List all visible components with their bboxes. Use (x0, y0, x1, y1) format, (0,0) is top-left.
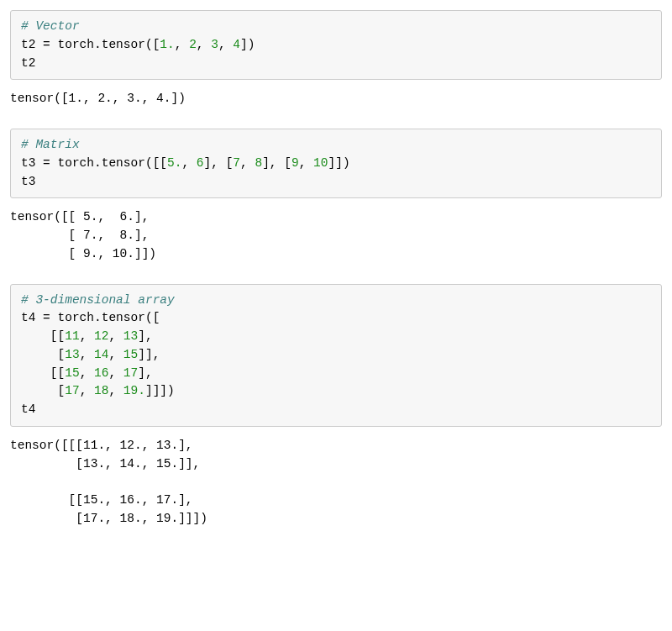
code-sep: , (80, 384, 94, 397)
code-sep: , (108, 348, 123, 361)
code-text: ]) (240, 38, 255, 51)
code-text: t4 = torch.tensor([ (21, 311, 160, 324)
code-number: 18 (94, 384, 108, 397)
code-sep: , (80, 366, 94, 380)
output-cell-vector: tensor([1., 2., 3., 4.]) (10, 88, 662, 129)
code-number: 10 (313, 156, 328, 170)
code-echo: t4 (21, 402, 35, 416)
code-number: 2 (189, 38, 197, 51)
code-number: 1. (160, 38, 174, 51)
code-number: 7 (233, 156, 240, 170)
code-echo: t2 (21, 56, 35, 70)
code-number: 6 (197, 156, 204, 170)
code-number: 15 (123, 348, 138, 361)
code-number: 12 (94, 329, 108, 343)
code-text: ], [ (262, 156, 291, 170)
code-number: 11 (65, 329, 79, 343)
code-sep: , (181, 156, 196, 170)
code-indent: [[ (21, 366, 65, 380)
code-number: 17 (123, 366, 138, 380)
code-sep: , (299, 156, 313, 170)
code-echo: t3 (21, 175, 35, 188)
code-sep: , (80, 348, 94, 361)
code-number: 4 (233, 38, 240, 51)
code-cell-vector: # Vector t2 = torch.tensor([1., 2, 3, 4]… (10, 10, 662, 80)
code-text: ]]) (328, 156, 350, 170)
code-cell-matrix: # Matrix t3 = torch.tensor([[5., 6], [7,… (10, 129, 662, 198)
code-indent: [ (21, 384, 65, 397)
code-text: t3 = torch.tensor([[ (21, 156, 167, 170)
code-sep: , (108, 384, 123, 397)
code-number: 16 (94, 366, 108, 380)
code-number: 5. (167, 156, 181, 170)
output-cell-matrix: tensor([[ 5., 6.], [ 7., 8.], [ 9., 10.]… (10, 207, 662, 283)
code-number: 13 (65, 348, 79, 361)
code-text: ]]]) (145, 384, 175, 397)
code-number: 19. (123, 384, 145, 397)
code-sep: , (108, 329, 123, 343)
code-number: 9 (291, 156, 299, 170)
code-indent: [[ (21, 329, 65, 343)
code-sep: , (175, 38, 189, 51)
code-text: ], (138, 329, 152, 343)
code-text: t2 = torch.tensor([ (21, 38, 160, 51)
code-number: 13 (123, 329, 138, 343)
code-comment: # 3-dimensional array (21, 293, 175, 307)
code-number: 3 (211, 38, 218, 51)
code-number: 17 (65, 384, 79, 397)
code-sep: , (197, 38, 211, 51)
code-number: 8 (255, 156, 262, 170)
code-text: ], (138, 366, 152, 380)
code-sep: , (218, 38, 233, 51)
output-cell-3d: tensor([[[11., 12., 13.], [13., 14., 15.… (10, 435, 662, 549)
code-text: ], [ (204, 156, 234, 170)
code-comment: # Matrix (21, 138, 80, 151)
code-text: ]], (138, 348, 160, 361)
code-sep: , (240, 156, 255, 170)
code-number: 15 (65, 366, 79, 380)
code-number: 14 (94, 348, 108, 361)
code-indent: [ (21, 348, 65, 361)
code-comment: # Vector (21, 19, 80, 33)
code-sep: , (108, 366, 123, 380)
code-sep: , (80, 329, 94, 343)
code-cell-3d: # 3-dimensional array t4 = torch.tensor(… (10, 284, 662, 427)
